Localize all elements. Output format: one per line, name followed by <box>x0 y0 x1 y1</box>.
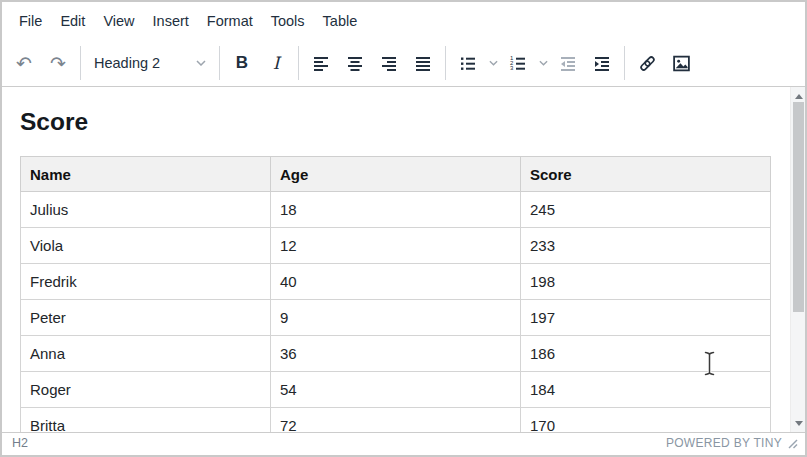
indent-button[interactable] <box>585 48 619 78</box>
redo-button[interactable]: ↷ <box>41 48 75 78</box>
align-left-icon <box>312 54 330 72</box>
tinymce-editor: File Edit View Insert Format Tools Table… <box>0 0 807 457</box>
scroll-up-button[interactable] <box>791 89 805 103</box>
menu-bar: File Edit View Insert Format Tools Table <box>2 2 805 40</box>
menu-format[interactable]: Format <box>198 8 262 34</box>
link-button[interactable] <box>630 48 664 78</box>
status-bar: H2 POWERED BY TINY <box>2 432 805 453</box>
cell-score[interactable]: 184 <box>521 372 771 408</box>
score-table[interactable]: Name Age Score Julius 18 245 Viola 12 23… <box>20 156 771 432</box>
svg-text:3: 3 <box>510 65 514 71</box>
chevron-down-icon <box>196 60 206 66</box>
link-icon <box>638 54 657 73</box>
table-row: Viola 12 233 <box>21 228 771 264</box>
align-left-button[interactable] <box>304 48 338 78</box>
cell-score[interactable]: 197 <box>521 300 771 336</box>
element-path[interactable]: H2 <box>12 436 28 450</box>
italic-icon: I <box>273 53 280 73</box>
bold-button[interactable]: B <box>225 48 259 78</box>
table-row: Fredrik 40 198 <box>21 264 771 300</box>
toolbar-group-format: Heading 2 <box>80 46 219 80</box>
undo-icon: ↶ <box>16 54 32 73</box>
column-header-score[interactable]: Score <box>521 157 771 192</box>
cell-score[interactable]: 245 <box>521 192 771 228</box>
menu-file[interactable]: File <box>10 8 51 34</box>
bullet-list-chevron[interactable] <box>485 48 501 78</box>
table-header-row: Name Age Score <box>21 157 771 192</box>
numbered-list-chevron[interactable] <box>535 48 551 78</box>
align-right-button[interactable] <box>372 48 406 78</box>
image-icon <box>672 54 691 73</box>
outdent-button[interactable] <box>551 48 585 78</box>
cell-name[interactable]: Fredrik <box>21 264 271 300</box>
cell-age[interactable]: 54 <box>271 372 521 408</box>
indent-icon <box>593 54 611 72</box>
cell-name[interactable]: Peter <box>21 300 271 336</box>
table-row: Anna 36 186 <box>21 336 771 372</box>
toolbar-group-style: B I <box>219 46 298 80</box>
cell-age[interactable]: 9 <box>271 300 521 336</box>
cell-age[interactable]: 72 <box>271 408 521 433</box>
cell-age[interactable]: 12 <box>271 228 521 264</box>
menu-insert[interactable]: Insert <box>144 8 198 34</box>
cell-score[interactable]: 186 <box>521 336 771 372</box>
table-row: Julius 18 245 <box>21 192 771 228</box>
align-center-button[interactable] <box>338 48 372 78</box>
image-button[interactable] <box>664 48 698 78</box>
undo-button[interactable]: ↶ <box>7 48 41 78</box>
cell-name[interactable]: Britta <box>21 408 271 433</box>
toolbar: ↶ ↷ Heading 2 B I <box>2 40 805 87</box>
menu-view[interactable]: View <box>94 8 143 34</box>
toolbar-group-history: ↶ ↷ <box>2 46 80 80</box>
align-right-icon <box>380 54 398 72</box>
cell-name[interactable]: Anna <box>21 336 271 372</box>
align-justify-icon <box>414 54 432 72</box>
scroll-down-icon <box>795 421 803 426</box>
numbered-list-icon: 1 2 3 <box>509 54 527 72</box>
cell-score[interactable]: 233 <box>521 228 771 264</box>
toolbar-group-lists: 1 2 3 <box>445 46 624 80</box>
italic-button[interactable]: I <box>259 48 293 78</box>
cell-age[interactable]: 36 <box>271 336 521 372</box>
table-row: Roger 54 184 <box>21 372 771 408</box>
toolbar-group-align <box>298 46 445 80</box>
toolbar-group-insert <box>624 46 703 80</box>
menu-table[interactable]: Table <box>314 8 367 34</box>
format-select-value: Heading 2 <box>94 55 160 71</box>
cell-score[interactable]: 170 <box>521 408 771 433</box>
column-header-age[interactable]: Age <box>271 157 521 192</box>
cell-score[interactable]: 198 <box>521 264 771 300</box>
bullet-list-icon <box>459 54 477 72</box>
bullet-list-button[interactable] <box>451 48 485 78</box>
table-row: Peter 9 197 <box>21 300 771 336</box>
numbered-list-button[interactable]: 1 2 3 <box>501 48 535 78</box>
column-header-name[interactable]: Name <box>21 157 271 192</box>
redo-icon: ↷ <box>50 54 66 73</box>
bold-icon: B <box>236 53 248 73</box>
editor-content-area[interactable]: Score Name Age Score Julius 18 245 Viola <box>2 87 805 432</box>
align-center-icon <box>346 54 364 72</box>
cell-age[interactable]: 18 <box>271 192 521 228</box>
cell-name[interactable]: Julius <box>21 192 271 228</box>
branding-label[interactable]: POWERED BY TINY <box>666 436 782 450</box>
resize-handle-icon[interactable] <box>787 438 798 449</box>
align-justify-button[interactable] <box>406 48 440 78</box>
document-heading[interactable]: Score <box>20 108 805 136</box>
menu-edit[interactable]: Edit <box>51 8 94 34</box>
cell-age[interactable]: 40 <box>271 264 521 300</box>
scrollbar-thumb[interactable] <box>793 102 804 312</box>
table-row: Britta 72 170 <box>21 408 771 433</box>
cell-name[interactable]: Viola <box>21 228 271 264</box>
format-select[interactable]: Heading 2 <box>86 48 214 78</box>
scroll-up-icon <box>795 94 803 99</box>
vertical-scrollbar[interactable] <box>790 87 805 432</box>
scroll-down-button[interactable] <box>791 416 805 430</box>
outdent-icon <box>559 54 577 72</box>
cell-name[interactable]: Roger <box>21 372 271 408</box>
menu-tools[interactable]: Tools <box>262 8 314 34</box>
